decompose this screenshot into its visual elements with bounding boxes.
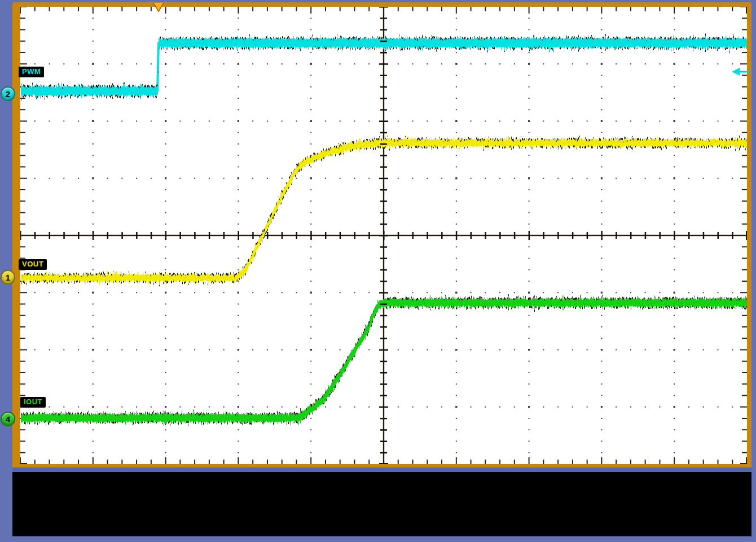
channel-1-ground-marker[interactable]: 1	[1, 270, 15, 285]
trigger-level-arrow-icon[interactable]	[732, 67, 750, 77]
channel-4-ground-marker[interactable]: 4	[1, 412, 15, 426]
status-bar: C1 2.0V/div BW:1.0G C2 5.0V/div BW:1.0G …	[12, 472, 751, 536]
waveform-canvas	[20, 7, 747, 464]
oscilloscope-screen: PWM VOUT IOUT 2 1 4 C1 2.0V/div BW:1.0G …	[0, 0, 756, 542]
trace-label-iout: IOUT	[20, 397, 46, 408]
trigger-position-icon[interactable]	[153, 3, 164, 12]
trace-label-pwm: PWM	[19, 67, 44, 77]
trace-label-vout: VOUT	[19, 259, 47, 270]
channel-2-ground-marker[interactable]: 2	[1, 86, 15, 101]
frame-divider	[12, 467, 751, 472]
waveform-display	[20, 7, 747, 464]
